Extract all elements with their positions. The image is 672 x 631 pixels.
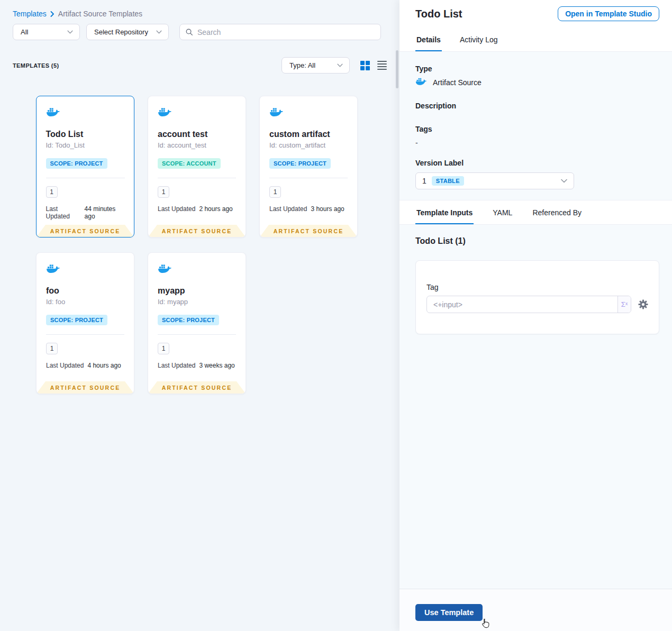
card-divider	[46, 178, 125, 178]
grid-view-icon[interactable]	[360, 61, 370, 70]
details-tabs: Details Activity Log	[399, 28, 672, 52]
scope-filter-value: All	[21, 28, 28, 36]
breadcrumb-current: Artifact Source Templates	[58, 10, 142, 18]
template-card-title: Todo List	[46, 130, 125, 139]
template-card[interactable]: account test Id: account_test SCOPE: ACC…	[148, 96, 246, 237]
last-updated-label: Last Updated	[158, 362, 195, 369]
repository-filter-dropdown[interactable]: Select Repository	[86, 24, 169, 40]
version-count-chip: 1	[46, 343, 58, 354]
template-card[interactable]: Todo List Id: Todo_List SCOPE: PROJECT 1…	[36, 96, 134, 237]
last-updated: Last Updated 3 hours ago	[269, 205, 348, 213]
template-card-id: Id: foo	[46, 298, 124, 306]
template-card-title: foo	[46, 286, 124, 296]
tab-yaml[interactable]: YAML	[492, 200, 513, 224]
template-card-title: myapp	[158, 286, 236, 296]
search-box	[179, 24, 381, 40]
card-divider	[46, 334, 124, 335]
tags-label: Tags	[415, 125, 656, 133]
inputs-heading: Todo List (1)	[415, 236, 659, 246]
version-label: Version Label	[415, 159, 656, 167]
version-count-chip: 1	[46, 186, 58, 198]
template-card[interactable]: foo Id: foo SCOPE: PROJECT 1 Last Update…	[36, 252, 134, 394]
last-updated: Last Updated 44 minutes ago	[46, 205, 125, 220]
template-card[interactable]: custom artifact Id: custom_artifact SCOP…	[259, 96, 358, 237]
tag-label: Tag	[426, 283, 648, 291]
type-filter-dropdown[interactable]: Type: All	[281, 57, 350, 74]
scrollbar-thumb[interactable]	[396, 50, 398, 88]
artifact-source-ribbon: ARTIFACT SOURCE	[148, 381, 246, 394]
template-library-panel: Templates Artifact Source Templates All …	[0, 0, 399, 631]
chevron-down-icon	[156, 30, 162, 34]
template-card-title: custom artifact	[269, 130, 348, 139]
last-updated: Last Updated 4 hours ago	[46, 362, 124, 369]
open-in-template-studio-button[interactable]: Open in Template Studio	[558, 6, 659, 21]
list-view-icon[interactable]	[377, 61, 387, 70]
repository-filter-value: Select Repository	[94, 28, 148, 36]
last-updated: Last Updated 3 weeks ago	[158, 362, 236, 369]
template-card-id: Id: myapp	[158, 298, 236, 306]
details-section: Type Artifact Source Description Tags - …	[399, 52, 672, 200]
last-updated-label: Last Updated	[46, 362, 84, 369]
tags-value: -	[415, 139, 656, 147]
last-updated-value: 2 hours ago	[199, 205, 232, 213]
template-details-drawer: Todo List Open in Template Studio Detail…	[399, 0, 672, 631]
breadcrumb: Templates Artifact Source Templates	[13, 10, 399, 18]
type-value: Artifact Source	[433, 78, 482, 87]
template-card-id: Id: account_test	[158, 141, 236, 149]
tab-details[interactable]: Details	[415, 28, 442, 51]
filter-row: All Select Repository	[13, 24, 399, 40]
tab-referenced-by[interactable]: Referenced By	[531, 200, 583, 224]
docker-icon	[415, 77, 428, 88]
breadcrumb-templates-link[interactable]: Templates	[13, 10, 47, 18]
inputs-tabs: Template Inputs YAML Referenced By	[399, 200, 672, 225]
last-updated-value: 3 weeks ago	[199, 362, 234, 369]
docker-icon	[158, 107, 236, 120]
type-label: Type	[415, 65, 656, 73]
gear-icon[interactable]	[638, 299, 648, 309]
templates-count-heading: TEMPLATES (5)	[13, 62, 59, 69]
scope-badge: SCOPE: ACCOUNT	[158, 158, 221, 169]
template-card-title: account test	[158, 130, 236, 139]
drawer-footer: Use Template	[399, 589, 672, 631]
use-template-button[interactable]: Use Template	[415, 604, 483, 621]
version-value: 1	[422, 177, 426, 185]
docker-icon	[46, 107, 125, 120]
view-toggles	[360, 61, 387, 70]
artifact-source-ribbon: ARTIFACT SOURCE	[37, 225, 134, 237]
search-input[interactable]	[197, 28, 375, 36]
last-updated-label: Last Updated	[269, 205, 307, 213]
templates-list-header: TEMPLATES (5) Type: All	[13, 57, 387, 74]
version-count-chip: 1	[158, 343, 169, 354]
search-icon	[185, 28, 193, 36]
template-card[interactable]: myapp Id: myapp SCOPE: PROJECT 1 Last Up…	[148, 252, 246, 394]
stable-badge: STABLE	[432, 176, 464, 186]
template-inputs-section: Todo List (1) Tag Σˣ	[399, 225, 672, 334]
docker-icon	[46, 263, 124, 277]
card-divider	[269, 178, 348, 178]
tab-template-inputs[interactable]: Template Inputs	[415, 200, 474, 224]
last-updated-value: 3 hours ago	[311, 205, 344, 213]
drawer-header: Todo List Open in Template Studio	[399, 0, 672, 28]
version-dropdown[interactable]: 1 STABLE	[415, 172, 574, 189]
template-card-id: Id: Todo_List	[46, 141, 125, 149]
tab-activity-log[interactable]: Activity Log	[459, 28, 499, 51]
tag-input[interactable]	[427, 296, 617, 313]
drawer-title: Todo List	[415, 8, 462, 20]
template-card-id: Id: custom_artifact	[269, 141, 348, 149]
artifact-source-ribbon: ARTIFACT SOURCE	[260, 225, 357, 237]
templates-grid: Todo List Id: Todo_List SCOPE: PROJECT 1…	[36, 96, 399, 394]
docker-icon	[158, 263, 236, 277]
scope-filter-dropdown[interactable]: All	[13, 24, 80, 40]
scope-badge: SCOPE: PROJECT	[269, 158, 331, 169]
chevron-down-icon	[67, 30, 73, 34]
scope-badge: SCOPE: PROJECT	[46, 315, 107, 325]
docker-icon	[269, 107, 348, 120]
type-filter-value: Type: All	[289, 61, 315, 69]
last-updated: Last Updated 2 hours ago	[158, 205, 236, 213]
scope-badge: SCOPE: PROJECT	[46, 158, 107, 169]
last-updated-value: 4 hours ago	[87, 362, 121, 369]
card-divider	[158, 334, 236, 335]
expression-sigma-button[interactable]: Σˣ	[617, 296, 631, 313]
inputs-card: Tag Σˣ	[415, 260, 659, 334]
scope-badge: SCOPE: PROJECT	[158, 315, 219, 325]
